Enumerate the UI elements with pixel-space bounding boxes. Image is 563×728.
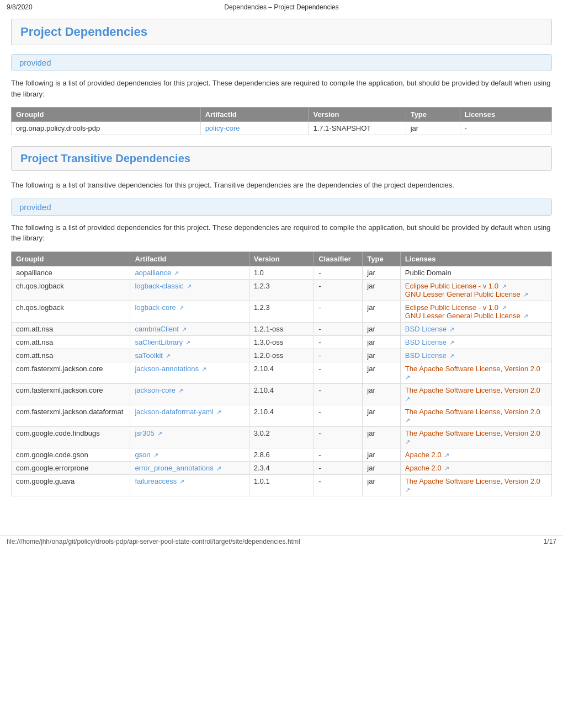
table-row: aopallianceaopalliance ↗1.0-jarPublic Do… [12, 266, 552, 279]
artifact-link[interactable]: aopalliance [135, 269, 171, 277]
license-link-icon[interactable]: ↗ [405, 438, 410, 445]
cell-type: jar [363, 362, 401, 383]
cell-licenses: The Apache Software License, Version 2.0… [400, 426, 551, 448]
cell-type: jar [363, 335, 401, 349]
page-title-center: Dependencies – Project Dependencies [224, 3, 338, 11]
license-link-icon[interactable]: ↗ [443, 452, 449, 458]
cell-type: jar [363, 279, 401, 301]
cell-artifactid: failureaccess ↗ [130, 474, 249, 496]
transitive-dependencies-table: GroupId ArtifactId Version Classifier Ty… [11, 251, 552, 496]
cell-groupid: com.google.code.findbugs [12, 426, 130, 448]
footer-bar: file:///home/jhh/onap/git/policy/drools-… [0, 535, 563, 548]
license-link-icon[interactable]: ↗ [448, 339, 454, 346]
provided-label-1: provided [19, 58, 51, 67]
cell-artifactid: aopalliance ↗ [130, 266, 249, 279]
license-link-icon[interactable]: ↗ [448, 326, 454, 333]
artifact-link[interactable]: saToolkit [135, 351, 163, 360]
license-link-icon[interactable]: ↗ [502, 283, 507, 290]
cell-licenses: BSD License ↗ [400, 349, 551, 362]
table-row: com.att.nsasaToolkit ↗1.2.0-oss-jarBSD L… [12, 349, 552, 362]
table-row: ch.qos.logbacklogback-core ↗1.2.3-jarEcl… [12, 301, 552, 322]
footer-page: 1/17 [544, 538, 556, 545]
cell-groupid: com.att.nsa [12, 322, 130, 335]
cell-version: 2.10.4 [249, 383, 314, 405]
main-content: Project Dependencies provided The follow… [0, 14, 563, 529]
cell-artifactid: gson ↗ [130, 448, 249, 461]
cell-classifier: - [314, 322, 363, 335]
external-link-icon: ↗ [185, 283, 192, 290]
license-link-icon[interactable]: ↗ [523, 291, 528, 298]
external-link-icon: ↗ [177, 387, 183, 394]
cell-groupid: org.onap.policy.drools-pdp [12, 122, 201, 135]
cell-version: 1.3.0-oss [249, 335, 314, 349]
cell-classifier: - [314, 301, 363, 322]
artifact-link[interactable]: jackson-core [135, 386, 176, 394]
artifact-link[interactable]: jackson-annotations [135, 365, 199, 373]
license-link-icon[interactable]: ↗ [405, 374, 410, 381]
th-licenses-2: Licenses [400, 251, 551, 266]
th-version-1: Version [309, 108, 406, 122]
cell-version: 3.0.2 [249, 426, 314, 448]
cell-classifier: - [314, 383, 363, 405]
cell-classifier: - [314, 474, 363, 496]
cell-groupid: com.google.errorprone [12, 461, 130, 474]
cell-groupid: ch.qos.logback [12, 279, 130, 301]
artifact-link[interactable]: policy-core [205, 124, 240, 132]
cell-artifactid: jackson-annotations ↗ [130, 362, 249, 383]
cell-version: 1.2.1-oss [249, 322, 314, 335]
cell-version: 2.3.4 [249, 461, 314, 474]
cell-licenses: BSD License ↗ [400, 322, 551, 335]
external-link-icon: ↗ [180, 326, 187, 333]
cell-artifactid: logback-classic ↗ [130, 279, 249, 301]
cell-licenses: Eclipse Public License - v 1.0 ↗GNU Less… [400, 279, 551, 301]
th-version-2: Version [249, 251, 314, 266]
table-row: com.fasterxml.jackson.corejackson-annota… [12, 362, 552, 383]
artifact-link[interactable]: gson [135, 451, 150, 459]
cell-licenses: The Apache Software License, Version 2.0… [400, 383, 551, 405]
cell-type: jar [363, 266, 401, 279]
license-link-icon[interactable]: ↗ [405, 486, 410, 493]
external-link-icon: ↗ [215, 409, 221, 415]
provided-label-2: provided [19, 202, 51, 212]
cell-classifier: - [314, 266, 363, 279]
table-row: com.att.nsasaClientLibrary ↗1.3.0-oss-ja… [12, 335, 552, 349]
license-link-icon[interactable]: ↗ [405, 417, 410, 424]
cell-version: 1.2.0-oss [249, 349, 314, 362]
project-dependencies-title: Project Dependencies [20, 25, 543, 39]
cell-licenses: Apache 2.0 ↗ [400, 448, 551, 461]
artifact-link[interactable]: jackson-dataformat-yaml [135, 408, 213, 416]
artifact-link[interactable]: saClientLibrary [135, 338, 183, 346]
artifact-link[interactable]: failureaccess [135, 477, 177, 485]
cell-version: 1.2.3 [249, 301, 314, 322]
external-link-icon: ↗ [184, 339, 190, 346]
cell-type: jar [363, 322, 401, 335]
license-link-icon[interactable]: ↗ [443, 465, 449, 472]
cell-version: 2.10.4 [249, 362, 314, 383]
artifact-link[interactable]: cambriaClient [135, 325, 178, 333]
cell-groupid: com.fasterxml.jackson.core [12, 383, 130, 405]
cell-classifier: - [314, 426, 363, 448]
license-link-icon[interactable]: ↗ [448, 352, 454, 359]
cell-version: 1.0 [249, 266, 314, 279]
table-row: com.google.errorproneerror_prone_annotat… [12, 461, 552, 474]
license-link-icon[interactable]: ↗ [405, 395, 410, 402]
artifact-link[interactable]: logback-core [135, 303, 176, 312]
cell-artifactid: policy-core [200, 122, 309, 135]
cell-groupid: com.google.guava [12, 474, 130, 496]
license-link-icon[interactable]: ↗ [502, 304, 507, 311]
cell-licenses: - [460, 122, 551, 135]
cell-type: jar [363, 301, 401, 322]
cell-groupid: com.google.code.gson [12, 448, 130, 461]
cell-artifactid: saClientLibrary ↗ [130, 335, 249, 349]
cell-type: jar [363, 383, 401, 405]
table-row: com.google.code.gsongson ↗2.8.6-jarApach… [12, 448, 552, 461]
license-link-icon[interactable]: ↗ [523, 313, 528, 319]
cell-classifier: - [314, 362, 363, 383]
cell-licenses: Apache 2.0 ↗ [400, 461, 551, 474]
table-row: ch.qos.logbacklogback-classic ↗1.2.3-jar… [12, 279, 552, 301]
artifact-link[interactable]: error_prone_annotations [135, 464, 213, 472]
artifact-link[interactable]: jsr305 [135, 429, 154, 437]
cell-type: jar [363, 405, 401, 426]
cell-licenses: Public Domain [400, 266, 551, 279]
artifact-link[interactable]: logback-classic [135, 282, 183, 290]
